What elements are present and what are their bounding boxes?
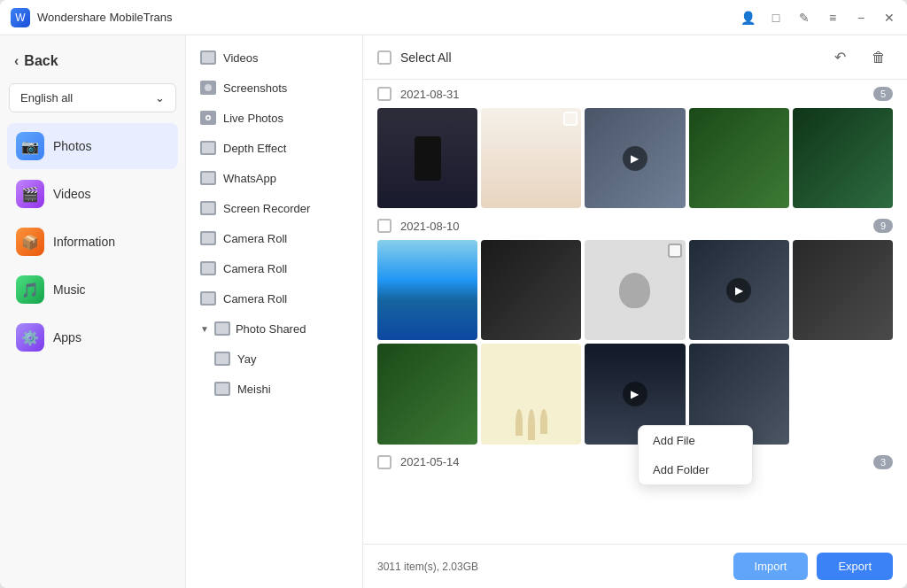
photo-thumb-9[interactable]: ▶ — [689, 240, 789, 340]
square-icon[interactable]: □ — [769, 11, 783, 25]
apps-icon: ⚙️ — [16, 323, 44, 352]
photo-thumb-3[interactable]: ▶ — [585, 108, 685, 208]
undo-button[interactable]: ↶ — [826, 43, 854, 72]
date-checkbox-3[interactable] — [377, 455, 391, 469]
mid-label-depth-effect: Depth Effect — [223, 142, 286, 155]
svg-rect-10 — [202, 173, 214, 183]
mid-item-screenshots[interactable]: Screenshots — [186, 73, 362, 103]
add-folder-label: Add Folder — [653, 463, 709, 476]
titlebar: W Wondershare MobileTrans 👤 □ ✎ ≡ − ✕ — [0, 0, 907, 35]
select-all-checkbox[interactable] — [377, 50, 391, 65]
photo-thumb-12[interactable] — [481, 344, 581, 444]
mid-item-meishi[interactable]: Meishi — [186, 374, 362, 404]
select-checkbox-2[interactable] — [563, 112, 578, 126]
mid-item-live-photos[interactable]: Live Photos — [186, 103, 362, 133]
camera-roll-1-icon — [200, 231, 216, 245]
mid-item-yay[interactable]: Yay — [186, 344, 362, 374]
svg-rect-18 — [202, 293, 214, 304]
person-icon[interactable]: 👤 — [740, 11, 755, 25]
context-menu-add-folder[interactable]: Add Folder — [639, 455, 752, 484]
photo-shared-icon — [214, 321, 230, 336]
count-badge-3: 3 — [873, 455, 893, 469]
context-menu-add-file[interactable]: Add File — [639, 426, 752, 455]
date-header-1: 2021-08-31 5 — [377, 87, 893, 101]
export-button[interactable]: Export — [817, 553, 893, 580]
sidebar: ‹ Back English all ⌄ 📷 Photos 🎬 Videos — [0, 35, 186, 588]
screenshot-icon — [200, 81, 216, 95]
date-header-2: 2021-08-10 9 — [377, 219, 893, 233]
import-button[interactable]: Import — [733, 553, 809, 580]
svg-rect-24 — [216, 383, 229, 394]
chevron-down-icon: ⌄ — [155, 91, 165, 104]
photo-shared-header[interactable]: ▼ Photo Shared — [186, 313, 362, 344]
mid-item-videos[interactable]: Videos — [186, 43, 362, 73]
context-menu: Add File Add Folder — [638, 425, 753, 485]
mid-label-meishi: Meishi — [237, 383, 271, 396]
app-title: Wondershare MobileTrans — [37, 11, 172, 24]
count-badge-2: 9 — [873, 219, 893, 233]
photo-grid-1: ▶ — [377, 108, 893, 208]
edit-icon[interactable]: ✎ — [797, 11, 811, 25]
live-photos-icon — [200, 111, 216, 125]
mid-item-camera-roll-1[interactable]: Camera Roll — [186, 223, 362, 253]
photo-thumb-7[interactable] — [481, 240, 581, 340]
select-checkbox-8[interactable] — [668, 244, 682, 258]
photo-thumb-6[interactable] — [377, 240, 477, 340]
mid-label-videos: Videos — [223, 51, 259, 65]
play-icon-9: ▶ — [726, 278, 751, 303]
titlebar-left: W Wondershare MobileTrans — [11, 8, 172, 27]
minimize-icon[interactable]: − — [854, 11, 868, 25]
sidebar-item-information[interactable]: 📦 Information — [7, 219, 178, 265]
close-icon[interactable]: ✕ — [882, 11, 896, 25]
screen-recorder-icon — [200, 201, 216, 215]
photo-shared-label: Photo Shared — [236, 322, 306, 336]
date-header-3: 2021-05-14 3 — [377, 455, 893, 469]
date-section-3: 2021-05-14 3 — [377, 455, 893, 469]
mid-item-camera-roll-2[interactable]: Camera Roll — [186, 253, 362, 283]
back-button[interactable]: ‹ Back — [0, 46, 185, 83]
delete-button[interactable]: 🗑 — [864, 43, 893, 72]
mid-panel: Videos Screenshots Live Photos Depth Eff… — [186, 35, 363, 588]
photos-icon: 📷 — [16, 132, 44, 160]
mid-item-depth-effect[interactable]: Depth Effect — [186, 133, 362, 163]
toolbar-actions: ↶ 🗑 — [826, 43, 893, 72]
date-label-2: 2021-08-10 — [400, 220, 864, 233]
mid-label-camera-roll-1: Camera Roll — [223, 232, 287, 245]
back-label: Back — [24, 53, 58, 69]
meishi-icon — [214, 382, 230, 396]
photo-thumb-5[interactable] — [793, 108, 893, 208]
sidebar-item-photos[interactable]: 📷 Photos — [7, 123, 178, 169]
mid-item-camera-roll-3[interactable]: Camera Roll — [186, 283, 362, 313]
dropdown-button[interactable]: English all ⌄ — [9, 83, 176, 112]
photo-thumb-2[interactable] — [481, 108, 581, 208]
mid-item-screen-recorder[interactable]: Screen Recorder — [186, 193, 362, 223]
photo-thumb-8[interactable] — [585, 240, 685, 340]
sidebar-item-music[interactable]: 🎵 Music — [7, 267, 178, 313]
date-section-1: 2021-08-31 5 — [377, 87, 893, 208]
svg-rect-8 — [202, 143, 214, 153]
apps-label: Apps — [53, 330, 81, 344]
date-checkbox-2[interactable] — [377, 219, 391, 233]
music-icon: 🎵 — [16, 275, 44, 304]
sidebar-nav: 📷 Photos 🎬 Videos 📦 Information 🎵 Music … — [0, 123, 185, 360]
right-panel: Select All ↶ 🗑 2021-08-31 — [363, 35, 907, 588]
mid-label-screen-recorder: Screen Recorder — [223, 202, 310, 215]
depth-effect-icon — [200, 141, 216, 155]
file-info: 3011 item(s), 2.03GB — [377, 561, 478, 573]
sidebar-item-videos[interactable]: 🎬 Videos — [7, 171, 178, 217]
select-all-area: Select All — [377, 50, 452, 65]
date-checkbox-1[interactable] — [377, 87, 391, 101]
sidebar-item-apps[interactable]: ⚙️ Apps — [7, 314, 178, 360]
photo-thumb-4[interactable] — [689, 108, 789, 208]
photo-thumb-11[interactable] — [377, 344, 477, 444]
mid-item-whatsapp[interactable]: WhatsApp — [186, 163, 362, 193]
bottom-bar: 3011 item(s), 2.03GB Import Export — [363, 544, 907, 588]
svg-rect-22 — [216, 353, 229, 364]
photo-thumb-10[interactable] — [793, 240, 893, 340]
photo-thumb-1[interactable] — [377, 108, 477, 208]
select-all-label: Select All — [400, 50, 452, 65]
menu-icon[interactable]: ≡ — [826, 11, 840, 25]
language-dropdown[interactable]: English all ⌄ — [9, 83, 176, 112]
camera-roll-2-icon — [200, 261, 216, 275]
photos-label: Photos — [53, 139, 92, 153]
